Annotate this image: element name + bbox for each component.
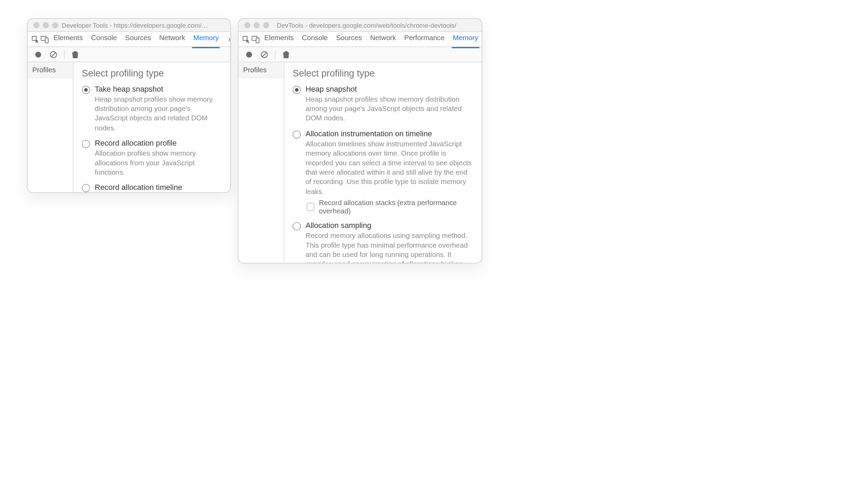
radio-allocation-profile[interactable] (82, 140, 90, 148)
record-icon[interactable] (244, 50, 254, 59)
panel-tabs: Elements Console Sources Network Perform… (264, 34, 482, 45)
option-allocation-sampling[interactable]: Allocation sampling Record memory alloca… (293, 221, 474, 263)
zoom-window-button[interactable] (52, 22, 58, 28)
tab-performance[interactable]: Performance (404, 34, 445, 45)
option-allocation-timeline[interactable]: Allocation instrumentation on timeline A… (293, 129, 474, 196)
more-tabs-icon[interactable]: » (227, 35, 231, 44)
tab-sources[interactable]: Sources (336, 34, 362, 45)
window-controls (244, 22, 269, 28)
radio-allocation-sampling[interactable] (293, 222, 301, 230)
sidebar: Profiles (238, 62, 284, 263)
record-allocation-stacks-row[interactable]: Record allocation stacks (extra performa… (306, 199, 473, 215)
option-label: Take heap snapshot (95, 85, 222, 94)
inspect-icon[interactable] (242, 31, 250, 47)
sidebar-heading-profiles[interactable]: Profiles (238, 62, 284, 78)
record-allocation-stacks-checkbox[interactable] (306, 203, 314, 211)
tab-memory[interactable]: Memory (193, 34, 219, 45)
svg-line-4 (51, 52, 56, 56)
tab-network[interactable]: Network (159, 34, 185, 45)
panel-tabbar: Elements Console Sources Network Memory … (28, 32, 230, 47)
tab-elements[interactable]: Elements (264, 34, 294, 45)
trash-icon[interactable] (70, 50, 80, 59)
option-allocation-timeline[interactable]: Record allocation timeline Allocation ti… (82, 183, 222, 192)
option-desc: Allocation timelines show instrumented J… (305, 139, 473, 196)
minimize-window-button[interactable] (254, 22, 260, 28)
sidebar-heading-profiles[interactable]: Profiles (28, 62, 73, 78)
option-desc: Heap snapshot profiles show memory distr… (305, 95, 473, 123)
titlebar: DevTools - developers.google.com/web/too… (238, 19, 482, 31)
radio-allocation-timeline[interactable] (82, 184, 90, 192)
svg-point-7 (246, 52, 252, 57)
panel-tabbar: Elements Console Sources Network Perform… (238, 32, 482, 47)
radio-allocation-timeline[interactable] (293, 130, 301, 139)
tab-memory[interactable]: Memory (453, 34, 478, 45)
radio-heap-snapshot[interactable] (293, 86, 301, 94)
record-icon[interactable] (34, 50, 43, 59)
option-desc: Heap snapshot profiles show memory distr… (95, 95, 222, 133)
panel-tabs: Elements Console Sources Network Memory … (54, 34, 231, 45)
device-toggle-icon[interactable] (40, 31, 49, 47)
close-window-button[interactable] (244, 22, 250, 28)
option-label: Heap snapshot (305, 85, 473, 94)
option-label: Record allocation timeline (95, 183, 222, 192)
close-window-button[interactable] (34, 22, 39, 28)
sidebar: Profiles (28, 62, 74, 192)
memory-toolbar (238, 47, 482, 62)
zoom-window-button[interactable] (263, 22, 269, 28)
clear-icon[interactable] (49, 50, 58, 59)
devtools-window-left: Developer Tools - https://developers.goo… (27, 18, 231, 193)
window-title: DevTools - developers.google.com/web/too… (273, 21, 476, 28)
devtools-window-right: DevTools - developers.google.com/web/too… (238, 18, 482, 264)
tab-elements[interactable]: Elements (54, 34, 83, 45)
tab-sources[interactable]: Sources (125, 34, 151, 45)
tab-console[interactable]: Console (91, 34, 117, 45)
svg-line-9 (262, 52, 266, 56)
titlebar: Developer Tools - https://developers.goo… (28, 19, 230, 31)
device-toggle-icon[interactable] (252, 31, 260, 47)
profiling-type-heading: Select profiling type (82, 68, 222, 79)
memory-toolbar (28, 47, 230, 62)
window-controls (34, 22, 58, 28)
main-panel: Select profiling type Heap snapshot Heap… (284, 62, 482, 263)
radio-heap-snapshot[interactable] (82, 86, 90, 94)
option-desc: Record memory allocations using sampling… (305, 231, 473, 263)
clear-icon[interactable] (260, 50, 269, 59)
window-title: Developer Tools - https://developers.goo… (62, 21, 225, 28)
tab-console[interactable]: Console (302, 34, 328, 45)
svg-rect-1 (45, 38, 48, 43)
main-panel: Select profiling type Take heap snapshot… (74, 62, 230, 192)
minimize-window-button[interactable] (43, 22, 49, 28)
profiling-type-heading: Select profiling type (293, 68, 474, 79)
inspect-icon[interactable] (31, 31, 39, 47)
option-heap-snapshot[interactable]: Take heap snapshot Heap snapshot profile… (82, 85, 222, 133)
option-label: Allocation instrumentation on timeline (305, 129, 473, 138)
option-heap-snapshot[interactable]: Heap snapshot Heap snapshot profiles sho… (293, 85, 474, 123)
svg-rect-6 (256, 38, 259, 43)
trash-icon[interactable] (281, 50, 291, 59)
option-allocation-profile[interactable]: Record allocation profile Allocation pro… (82, 139, 222, 177)
tab-network[interactable]: Network (370, 34, 396, 45)
record-allocation-stacks-label: Record allocation stacks (extra performa… (319, 199, 473, 215)
option-label: Allocation sampling (305, 221, 473, 230)
option-desc: Allocation profiles show memory allocati… (95, 149, 222, 177)
svg-point-2 (35, 52, 41, 57)
option-label: Record allocation profile (95, 139, 222, 148)
